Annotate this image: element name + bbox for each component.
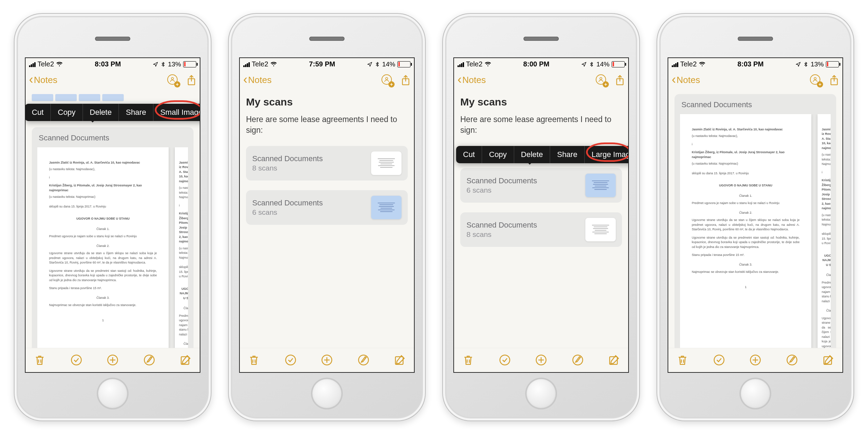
signal-icon bbox=[243, 62, 250, 67]
share-button[interactable] bbox=[401, 75, 411, 86]
scan-attachment-card[interactable]: Scanned Documents6 scans bbox=[460, 168, 622, 203]
home-button[interactable] bbox=[525, 378, 557, 409]
checklist-button[interactable] bbox=[70, 353, 83, 367]
context-menu-item[interactable]: Cut bbox=[456, 146, 482, 163]
battery-icon bbox=[826, 61, 839, 67]
trash-button[interactable] bbox=[33, 353, 46, 367]
scan-attachment-card[interactable]: Scanned Documents8 scans bbox=[246, 146, 408, 181]
context-menu-item[interactable]: Delete bbox=[514, 146, 550, 163]
markup-button[interactable] bbox=[357, 353, 370, 367]
context-menu-item[interactable]: Share bbox=[119, 104, 153, 121]
markup-button[interactable] bbox=[785, 353, 799, 367]
back-label: Notes bbox=[34, 75, 57, 85]
status-bar: Tele28:03 PM13% bbox=[668, 58, 842, 71]
bottom-toolbar bbox=[240, 348, 414, 372]
context-menu-item[interactable]: Copy bbox=[51, 104, 83, 121]
status-bar: Tele28:03 PM13% bbox=[26, 58, 200, 71]
card-thumbnail bbox=[585, 174, 616, 197]
document-page[interactable]: Jasmin Zlatić iz Rovinja, ul. A. Starčev… bbox=[680, 114, 811, 348]
markup-button[interactable] bbox=[571, 353, 584, 367]
back-button[interactable]: ‹Notes bbox=[672, 74, 700, 86]
scan-attachment-large[interactable]: Scanned DocumentsJasmin Zlatić iz Rovinj… bbox=[32, 127, 194, 348]
screen: Tele28:03 PM13%‹Notes+Scanned DocumentsJ… bbox=[668, 57, 843, 373]
markup-button[interactable] bbox=[143, 353, 156, 367]
scan-attachment-card[interactable]: Scanned Documents6 scans bbox=[246, 190, 408, 225]
note-title[interactable]: My scans bbox=[460, 96, 622, 108]
document-page[interactable]: Jasmin Zlatić iz Rovinja, ul. A. Starčev… bbox=[818, 114, 831, 348]
wifi-icon bbox=[56, 62, 63, 67]
scan-block-title: Scanned Documents bbox=[39, 133, 187, 142]
bottom-toolbar bbox=[26, 348, 200, 372]
context-menu-item[interactable]: Cut bbox=[26, 104, 51, 121]
checklist-button[interactable] bbox=[498, 353, 511, 367]
trash-button[interactable] bbox=[462, 353, 475, 367]
compose-button[interactable] bbox=[179, 353, 192, 367]
add-people-button[interactable]: + bbox=[596, 74, 607, 86]
svg-point-22 bbox=[787, 355, 797, 365]
checklist-button[interactable] bbox=[284, 353, 297, 367]
document-page[interactable]: Jasmin Zlatić iz Rovinja, ul. A. Starčev… bbox=[175, 147, 188, 348]
document-page[interactable]: Jasmin Zlatić iz Rovinja, ul. A. Starčev… bbox=[37, 147, 169, 348]
context-menu-item[interactable]: Small Images bbox=[153, 104, 200, 121]
add-button[interactable] bbox=[535, 353, 548, 367]
note-body[interactable]: Here are some lease agreements I need to… bbox=[246, 114, 408, 136]
share-button[interactable] bbox=[187, 75, 196, 86]
card-title: Scanned Documents bbox=[466, 176, 537, 185]
speaker-icon bbox=[309, 37, 345, 41]
checklist-button[interactable] bbox=[713, 353, 726, 367]
trash-button[interactable] bbox=[247, 353, 261, 367]
note-body[interactable]: Here are some lease agreements I need to… bbox=[460, 114, 622, 136]
scan-attachment-card[interactable]: Scanned Documents8 scans bbox=[460, 212, 622, 247]
svg-point-4 bbox=[144, 355, 154, 365]
svg-point-12 bbox=[600, 77, 602, 80]
svg-point-20 bbox=[714, 355, 724, 365]
svg-point-2 bbox=[71, 355, 81, 365]
home-button[interactable] bbox=[97, 378, 129, 409]
add-people-button[interactable]: + bbox=[381, 74, 393, 86]
location-icon bbox=[367, 62, 372, 67]
add-button[interactable] bbox=[749, 353, 762, 367]
svg-point-0 bbox=[171, 77, 173, 80]
add-button[interactable] bbox=[106, 353, 119, 367]
nav-bar: ‹Notes+ bbox=[240, 71, 414, 90]
svg-point-8 bbox=[285, 355, 295, 365]
card-subtitle: 8 scans bbox=[252, 164, 323, 172]
share-button[interactable] bbox=[829, 75, 839, 86]
context-menu-item[interactable]: Large Images bbox=[585, 146, 628, 163]
speaker-icon bbox=[738, 37, 773, 41]
location-icon bbox=[581, 62, 587, 67]
wifi-icon bbox=[699, 62, 706, 67]
signal-icon bbox=[457, 62, 464, 67]
add-people-button[interactable]: + bbox=[167, 74, 179, 86]
bottom-toolbar bbox=[668, 348, 842, 372]
screen: Tele28:03 PM13%‹Notes+CutCopyDeleteShare… bbox=[25, 57, 200, 373]
screen: Tele27:59 PM14%‹Notes+My scansHere are s… bbox=[239, 57, 415, 373]
back-button[interactable]: ‹Notes bbox=[29, 74, 57, 86]
signal-icon bbox=[672, 62, 678, 67]
note-title[interactable]: My scans bbox=[246, 96, 408, 108]
add-people-button[interactable]: + bbox=[810, 74, 822, 86]
card-title: Scanned Documents bbox=[466, 221, 537, 230]
context-menu-item[interactable]: Share bbox=[550, 146, 585, 163]
add-button[interactable] bbox=[320, 353, 333, 367]
home-button[interactable] bbox=[311, 378, 343, 409]
status-bar: Tele28:00 PM14% bbox=[454, 58, 628, 71]
wifi-icon bbox=[270, 62, 277, 67]
compose-button[interactable] bbox=[607, 353, 621, 367]
compose-button[interactable] bbox=[393, 353, 406, 367]
back-button[interactable]: ‹Notes bbox=[243, 74, 272, 86]
back-button[interactable]: ‹Notes bbox=[457, 74, 486, 86]
home-button[interactable] bbox=[739, 378, 771, 409]
carrier-label: Tele2 bbox=[680, 60, 697, 68]
speaker-icon bbox=[95, 37, 130, 41]
context-menu-item[interactable]: Delete bbox=[83, 104, 119, 121]
scan-attachment-large[interactable]: Scanned DocumentsJasmin Zlatić iz Rovinj… bbox=[674, 94, 836, 348]
trash-button[interactable] bbox=[676, 353, 689, 367]
chevron-left-icon: ‹ bbox=[457, 73, 462, 86]
bluetooth-icon bbox=[803, 62, 809, 67]
speaker-icon bbox=[523, 37, 559, 41]
context-menu-item[interactable]: Copy bbox=[482, 146, 514, 163]
share-button[interactable] bbox=[615, 75, 625, 86]
compose-button[interactable] bbox=[822, 353, 835, 367]
card-thumbnail bbox=[585, 218, 616, 241]
